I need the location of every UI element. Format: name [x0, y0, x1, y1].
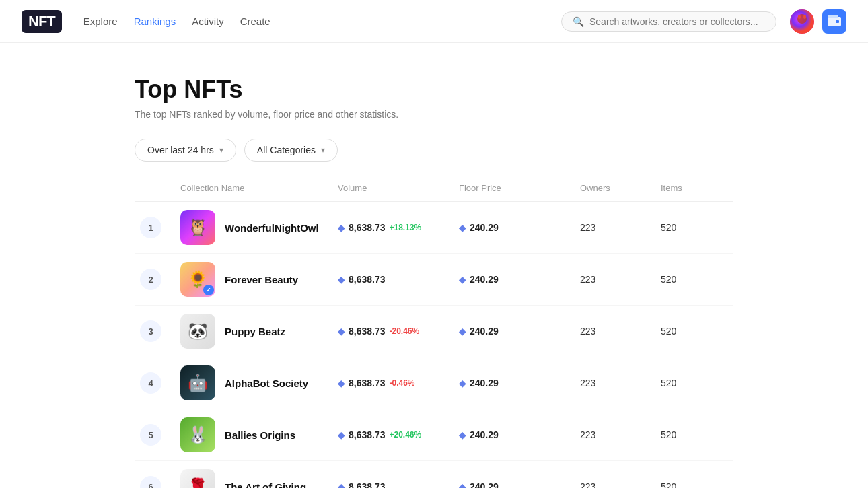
- items-value: 520: [661, 429, 728, 440]
- table-row[interactable]: 5 🐰 Ballies Origins ◆ 8,638.73 +20.46% ◆…: [135, 409, 733, 461]
- nav-create[interactable]: Create: [240, 15, 270, 27]
- collection-cell: 🐰 Ballies Origins: [180, 417, 338, 452]
- rank-cell: 3: [140, 320, 180, 342]
- volume-cell: ◆ 8,638.73: [338, 481, 459, 488]
- chevron-down-icon: ▾: [219, 145, 223, 155]
- collection-cell: 🌹 The Art of Giving: [180, 469, 338, 488]
- table-row[interactable]: 4 🤖 AlphaBot Society ◆ 8,638.73 -0.46% ◆…: [135, 357, 733, 409]
- eth-icon: ◆: [459, 275, 466, 285]
- collection-cell: 🌻 ✓ Forever Beauty: [180, 262, 338, 297]
- col-rank: [140, 183, 180, 193]
- rank-number: 4: [140, 372, 161, 394]
- filters: Over last 24 hrs ▾ All Categories ▾: [135, 139, 733, 162]
- table-row[interactable]: 1 🦉 WonderfulNightOwl ◆ 8,638.73 +18.13%…: [135, 202, 733, 254]
- owners-value: 223: [580, 378, 661, 388]
- rank-number: 3: [140, 320, 161, 342]
- volume-value: 8,638.73: [349, 222, 386, 233]
- nav-explore[interactable]: Explore: [83, 15, 118, 27]
- wallet-button[interactable]: [822, 9, 846, 34]
- eth-icon: ◆: [338, 430, 345, 440]
- col-owners: Owners: [580, 183, 661, 193]
- search-icon: 🔍: [573, 16, 584, 27]
- rank-cell: 5: [140, 424, 180, 446]
- floor-cell: ◆ 240.29: [459, 274, 580, 285]
- volume-value: 8,638.73: [349, 274, 386, 285]
- volume-cell: ◆ 8,638.73 +18.13%: [338, 222, 459, 233]
- floor-value: 240.29: [470, 481, 499, 488]
- volume-value: 8,638.73: [349, 481, 386, 488]
- rank-number: 1: [140, 217, 161, 238]
- collection-name: AlphaBot Society: [225, 378, 308, 389]
- avatar[interactable]: [790, 9, 814, 34]
- owners-value: 223: [580, 326, 661, 337]
- filter-category[interactable]: All Categories ▾: [244, 139, 338, 162]
- navbar: NFT Explore Rankings Activity Create 🔍: [0, 0, 868, 43]
- floor-value: 240.29: [470, 326, 499, 337]
- nav-right: [790, 9, 846, 34]
- filter-time[interactable]: Over last 24 hrs ▾: [135, 139, 236, 162]
- search-bar[interactable]: 🔍: [561, 11, 776, 32]
- owners-value: 223: [580, 274, 661, 285]
- eth-icon: ◆: [338, 482, 345, 489]
- logo: NFT: [22, 10, 62, 33]
- eth-icon: ◆: [338, 275, 345, 285]
- main-content: Top NFTs The top NFTs ranked by volume, …: [0, 43, 868, 488]
- collection-name: Ballies Origins: [225, 429, 295, 441]
- svg-point-2: [798, 15, 801, 19]
- table-row[interactable]: 3 🐼 Puppy Beatz ◆ 8,638.73 -20.46% ◆ 240…: [135, 306, 733, 357]
- items-value: 520: [661, 326, 728, 337]
- items-value: 520: [661, 481, 728, 488]
- eth-icon: ◆: [459, 430, 466, 440]
- table-body: 1 🦉 WonderfulNightOwl ◆ 8,638.73 +18.13%…: [135, 202, 733, 488]
- floor-cell: ◆ 240.29: [459, 429, 580, 440]
- rank-number: 5: [140, 424, 161, 446]
- owners-value: 223: [580, 481, 661, 488]
- search-input[interactable]: [589, 16, 765, 27]
- floor-value: 240.29: [470, 274, 499, 285]
- collection-image: 🤖: [180, 365, 215, 400]
- items-value: 520: [661, 274, 728, 285]
- rank-cell: 2: [140, 269, 180, 290]
- volume-cell: ◆ 8,638.73: [338, 274, 459, 285]
- eth-icon: ◆: [338, 378, 345, 388]
- volume-cell: ◆ 8,638.73 -0.46%: [338, 378, 459, 388]
- eth-icon: ◆: [459, 326, 466, 337]
- table-row[interactable]: 6 🌹 The Art of Giving ◆ 8,638.73 ◆ 240.2…: [135, 461, 733, 488]
- floor-value: 240.29: [470, 378, 499, 388]
- eth-icon: ◆: [338, 326, 345, 337]
- volume-change: -20.46%: [390, 326, 420, 336]
- floor-cell: ◆ 240.29: [459, 326, 580, 337]
- collection-image: 🌻 ✓: [180, 262, 215, 297]
- collection-name: Puppy Beatz: [225, 326, 285, 337]
- volume-cell: ◆ 8,638.73 -20.46%: [338, 326, 459, 337]
- collection-image: 🐰: [180, 417, 215, 452]
- collection-image: 🦉: [180, 210, 215, 245]
- floor-cell: ◆ 240.29: [459, 378, 580, 388]
- page-title: Top NFTs: [135, 75, 733, 104]
- collection-name: Forever Beauty: [225, 274, 298, 285]
- nav-links: Explore Rankings Activity Create: [83, 15, 270, 27]
- volume-change: -0.46%: [390, 378, 415, 388]
- eth-icon: ◆: [338, 223, 345, 233]
- table-row[interactable]: 2 🌻 ✓ Forever Beauty ◆ 8,638.73 ◆ 240.29…: [135, 254, 733, 306]
- collection-image: 🌹: [180, 469, 215, 488]
- collection-cell: 🦉 WonderfulNightOwl: [180, 210, 338, 245]
- svg-rect-5: [836, 20, 839, 23]
- collection-name: The Art of Giving: [225, 481, 306, 489]
- eth-icon: ◆: [459, 482, 466, 489]
- rank-cell: 4: [140, 372, 180, 394]
- col-name: Collection Name: [180, 183, 338, 193]
- eth-icon: ◆: [459, 378, 466, 388]
- collection-image: 🐼: [180, 314, 215, 349]
- svg-rect-6: [828, 15, 838, 18]
- collection-name: WonderfulNightOwl: [225, 222, 319, 234]
- chevron-down-icon: ▾: [321, 145, 325, 155]
- floor-value: 240.29: [470, 222, 499, 233]
- nav-activity[interactable]: Activity: [192, 15, 224, 27]
- col-volume: Volume: [338, 183, 459, 193]
- eth-icon: ◆: [459, 223, 466, 233]
- volume-cell: ◆ 8,638.73 +20.46%: [338, 429, 459, 440]
- verified-badge: ✓: [203, 285, 214, 295]
- volume-change: +18.13%: [390, 223, 422, 232]
- nav-rankings[interactable]: Rankings: [134, 15, 176, 27]
